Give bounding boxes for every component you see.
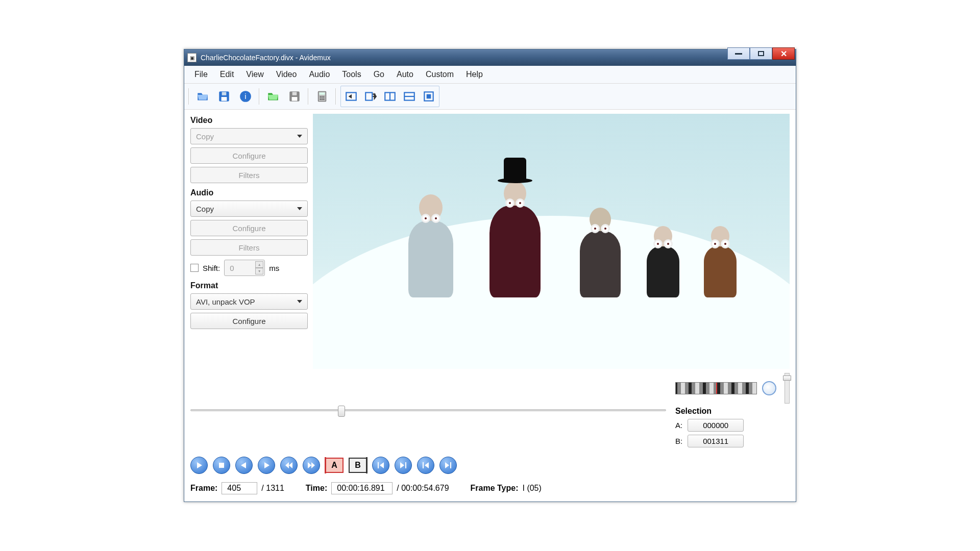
svg-rect-28 <box>450 462 451 468</box>
close-button[interactable]: ✕ <box>772 47 795 60</box>
selection-b-value: 001311 <box>688 435 744 447</box>
frametype-label: Frame Type: <box>471 484 519 493</box>
open-project-icon[interactable] <box>264 87 282 106</box>
menu-auto[interactable]: Auto <box>391 69 419 80</box>
save-project-icon[interactable] <box>285 87 304 106</box>
format-combo[interactable]: AVI, unpack VOP <box>190 293 308 310</box>
first-frame-button[interactable] <box>417 457 434 474</box>
menu-tools[interactable]: Tools <box>337 69 366 80</box>
shuttle-dial-icon[interactable] <box>762 381 776 395</box>
audio-configure-button[interactable]: Configure <box>190 220 308 236</box>
video-filters-button[interactable]: Filters <box>190 167 308 183</box>
svg-rect-1 <box>222 97 227 101</box>
svg-point-12 <box>323 96 325 98</box>
volume-slider[interactable] <box>785 373 790 404</box>
svg-point-13 <box>320 98 321 100</box>
shift-down-icon[interactable]: ▼ <box>255 268 263 274</box>
audio-codec-combo[interactable]: Copy <box>190 201 308 217</box>
svg-rect-7 <box>292 92 297 95</box>
audio-label: Audio <box>190 188 308 197</box>
append-icon[interactable] <box>361 87 380 106</box>
svg-point-14 <box>322 98 323 100</box>
video-configure-button[interactable]: Configure <box>190 147 308 164</box>
crop-icon[interactable] <box>420 87 438 106</box>
prev-frame-button[interactable] <box>235 457 253 474</box>
selection-a-value: 000000 <box>688 419 744 432</box>
svg-rect-24 <box>219 463 224 468</box>
next-frame-button[interactable] <box>258 457 275 474</box>
time-value-input[interactable]: 00:00:16.891 <box>331 482 393 494</box>
menu-custom[interactable]: Custom <box>421 69 459 80</box>
stop-button[interactable] <box>213 457 230 474</box>
selection-a-label: A: <box>675 421 682 430</box>
menu-audio[interactable]: Audio <box>304 69 335 80</box>
last-frame-button[interactable] <box>439 457 457 474</box>
svg-rect-2 <box>222 92 227 95</box>
rewind-button[interactable] <box>280 457 298 474</box>
jog-wheel[interactable] <box>675 382 757 394</box>
titlebar[interactable]: ▣ CharlieChocolateFactory.divx - Avidemu… <box>184 49 796 66</box>
video-codec-combo[interactable]: Copy <box>190 128 308 144</box>
time-label: Time: <box>306 484 327 493</box>
svg-rect-17 <box>365 92 372 100</box>
selection-label: Selection <box>675 407 762 416</box>
video-label: Video <box>190 116 308 125</box>
shift-value: 0 <box>230 264 234 272</box>
maximize-button[interactable] <box>750 47 772 60</box>
svg-rect-23 <box>427 94 431 99</box>
svg-text:i: i <box>244 92 246 101</box>
play-button[interactable] <box>190 457 208 474</box>
frame-total: / 1311 <box>261 484 284 493</box>
frametype-value: I (05) <box>523 484 542 493</box>
video-codec-value: Copy <box>196 132 214 141</box>
shift-unit: ms <box>269 264 279 272</box>
seek-slider[interactable] <box>190 406 666 415</box>
svg-rect-26 <box>405 462 406 468</box>
minimize-button[interactable] <box>727 47 750 60</box>
goto-mark-a-button[interactable] <box>372 457 389 474</box>
set-mark-a-button[interactable]: A <box>325 458 344 473</box>
video-preview <box>313 114 790 369</box>
menu-file[interactable]: File <box>189 69 213 80</box>
shift-value-input[interactable]: 0 ▲▼ <box>224 260 265 276</box>
svg-rect-25 <box>378 462 379 468</box>
menu-video[interactable]: Video <box>271 69 302 80</box>
fastfwd-button[interactable] <box>303 457 320 474</box>
audio-filters-button[interactable]: Filters <box>190 239 308 256</box>
transport-bar: A B <box>190 457 790 474</box>
sidebar: Video Copy Configure Filters Audio Copy … <box>190 114 308 369</box>
svg-rect-6 <box>292 97 298 101</box>
set-mark-b-button[interactable]: B <box>349 458 367 473</box>
shift-label: Shift: <box>203 264 220 272</box>
menu-help[interactable]: Help <box>461 69 488 80</box>
goto-mark-b-button[interactable] <box>395 457 412 474</box>
split-vert-icon[interactable] <box>381 87 399 106</box>
svg-point-10 <box>320 96 321 98</box>
format-value: AVI, unpack VOP <box>196 297 255 306</box>
audio-codec-value: Copy <box>196 205 214 213</box>
svg-rect-27 <box>423 462 424 468</box>
insert-icon[interactable] <box>342 87 360 106</box>
svg-point-15 <box>323 98 325 100</box>
seek-thumb[interactable] <box>338 406 345 417</box>
window-title: CharlieChocolateFactory.divx - Avidemux <box>201 54 331 62</box>
status-bar: Frame: 405 / 1311 Time: 00:00:16.891 / 0… <box>190 482 790 494</box>
menu-go[interactable]: Go <box>369 69 389 80</box>
save-icon[interactable] <box>215 87 233 106</box>
menu-view[interactable]: View <box>241 69 268 80</box>
frame-label: Frame: <box>190 484 217 493</box>
format-label: Format <box>190 281 308 290</box>
svg-rect-9 <box>320 92 325 94</box>
info-icon[interactable]: i <box>236 87 255 106</box>
app-window: ▣ CharlieChocolateFactory.divx - Avidemu… <box>184 49 796 502</box>
svg-point-11 <box>322 96 323 98</box>
menubar: File Edit View Video Audio Tools Go Auto… <box>184 66 796 84</box>
shift-up-icon[interactable]: ▲ <box>255 261 263 268</box>
shift-checkbox[interactable] <box>190 264 199 272</box>
menu-edit[interactable]: Edit <box>215 69 239 80</box>
format-configure-button[interactable]: Configure <box>190 313 308 329</box>
frame-value-input[interactable]: 405 <box>222 482 257 494</box>
calculator-icon[interactable] <box>313 87 331 106</box>
open-icon[interactable] <box>193 87 212 106</box>
split-horiz-icon[interactable] <box>400 87 419 106</box>
